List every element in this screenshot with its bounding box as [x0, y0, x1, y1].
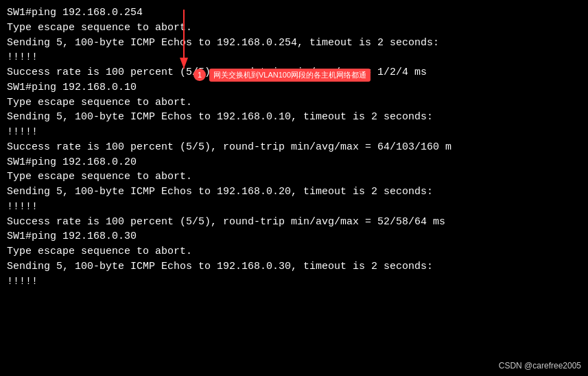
terminal-line: Sending 5, 100-byte ICMP Echos to 192.16…	[7, 259, 581, 274]
terminal-line: !!!!!	[7, 50, 581, 65]
terminal-line: SW1#ping 192.168.0.20	[7, 155, 581, 170]
terminal-line: !!!!!	[7, 125, 581, 140]
terminal-line: Type escape sequence to abort.	[7, 21, 581, 36]
terminal-line: Sending 5, 100-byte ICMP Echos to 192.16…	[7, 36, 581, 51]
terminal-line: Type escape sequence to abort.	[7, 169, 581, 185]
terminal-line: Sending 5, 100-byte ICMP Echos to 192.16…	[7, 185, 581, 200]
watermark: CSDN @carefree2005	[499, 361, 581, 371]
terminal-line: !!!!!	[7, 200, 581, 215]
terminal-line: SW1#ping 192.168.0.10	[7, 80, 581, 95]
terminal-line: Success rate is 100 percent (5/5), round…	[7, 215, 581, 230]
terminal-line: Success rate is 100 percent (5/5), round…	[7, 140, 581, 155]
terminal-line: !!!!!	[7, 274, 581, 290]
terminal-line: Sending 5, 100-byte ICMP Echos to 192.16…	[7, 110, 581, 125]
terminal-line: SW1#ping 192.168.0.254	[7, 5, 581, 21]
terminal-line: SW1#ping 192.168.0.30	[7, 229, 581, 244]
annotation-bubble: 网关交换机到VLAN100网段的各主机网络都通	[209, 69, 371, 82]
terminal-window: SW1#ping 192.168.0.254 Type escape seque…	[0, 0, 588, 294]
terminal-line: Type escape sequence to abort.	[7, 244, 581, 259]
terminal-line: Type escape sequence to abort.	[7, 95, 581, 110]
annotation-circle: 1	[193, 69, 206, 81]
